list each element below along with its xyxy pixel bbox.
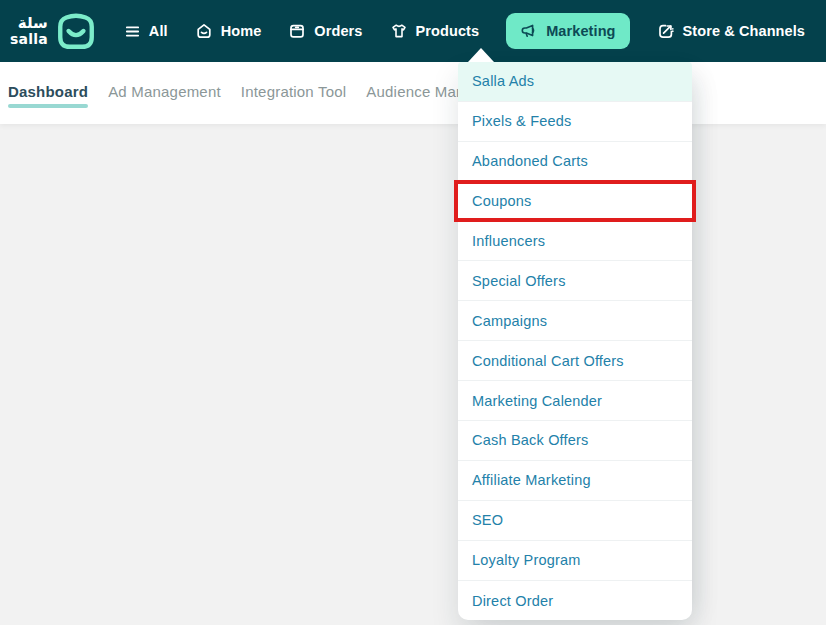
store-channels-icon bbox=[657, 22, 675, 40]
tab-bar: Dashboard Ad Management Integration Tool… bbox=[0, 62, 826, 124]
home-icon bbox=[195, 22, 213, 40]
menu-item-marketing-calender[interactable]: Marketing Calender bbox=[458, 381, 692, 421]
main-nav: All Home Orders bbox=[124, 13, 826, 49]
marketing-dropdown-menu: Salla Ads Pixels & Feeds Abandoned Carts… bbox=[458, 62, 692, 620]
menu-item-loyalty-program[interactable]: Loyalty Program bbox=[458, 541, 692, 581]
nav-item-products[interactable]: Products bbox=[390, 22, 480, 40]
menu-item-special-offers[interactable]: Special Offers bbox=[458, 261, 692, 301]
menu-item-seo[interactable]: SEO bbox=[458, 501, 692, 541]
tab-integration-tool[interactable]: Integration Tool bbox=[241, 69, 347, 118]
menu-item-coupons[interactable]: Coupons bbox=[458, 182, 692, 222]
menu-item-abandoned-carts[interactable]: Abandoned Carts bbox=[458, 142, 692, 182]
nav-label: Marketing bbox=[546, 23, 615, 39]
nav-item-store-channels[interactable]: Store & Channels bbox=[657, 22, 805, 40]
salla-logo[interactable]: سلة salla bbox=[10, 10, 97, 52]
menu-item-influencers[interactable]: Influencers bbox=[458, 222, 692, 262]
salla-logo-wordmark: سلة salla bbox=[10, 16, 48, 46]
dropdown-caret-icon bbox=[468, 48, 494, 62]
menu-item-affiliate-marketing[interactable]: Affiliate Marketing bbox=[458, 461, 692, 501]
products-icon bbox=[390, 22, 408, 40]
screen: سلة salla All Home bbox=[0, 0, 826, 625]
content-area bbox=[0, 124, 826, 625]
nav-item-all[interactable]: All bbox=[124, 23, 168, 40]
salla-logo-arabic: سلة bbox=[18, 16, 48, 32]
nav-label: Products bbox=[416, 23, 480, 39]
nav-item-orders[interactable]: Orders bbox=[288, 22, 362, 40]
nav-label: Home bbox=[221, 23, 262, 39]
menu-item-salla-ads[interactable]: Salla Ads bbox=[458, 62, 692, 102]
salla-logo-latin: salla bbox=[10, 32, 48, 47]
nav-item-home[interactable]: Home bbox=[195, 22, 262, 40]
menu-item-direct-order[interactable]: Direct Order bbox=[458, 581, 692, 621]
tab-dashboard[interactable]: Dashboard bbox=[8, 69, 88, 118]
menu-item-campaigns[interactable]: Campaigns bbox=[458, 301, 692, 341]
tab-ad-management[interactable]: Ad Management bbox=[108, 69, 221, 118]
menu-item-conditional-cart-offers[interactable]: Conditional Cart Offers bbox=[458, 341, 692, 381]
nav-label: Store & Channels bbox=[683, 23, 805, 39]
orders-icon bbox=[288, 22, 306, 40]
nav-label: Orders bbox=[314, 23, 362, 39]
nav-item-marketing[interactable]: Marketing bbox=[506, 13, 629, 49]
menu-item-cash-back-offers[interactable]: Cash Back Offers bbox=[458, 421, 692, 461]
nav-label: All bbox=[149, 23, 168, 39]
menu-icon bbox=[124, 23, 141, 40]
marketing-icon bbox=[520, 22, 538, 40]
salla-logo-icon bbox=[55, 10, 97, 52]
topbar: سلة salla All Home bbox=[0, 0, 826, 62]
menu-item-pixels-feeds[interactable]: Pixels & Feeds bbox=[458, 102, 692, 142]
